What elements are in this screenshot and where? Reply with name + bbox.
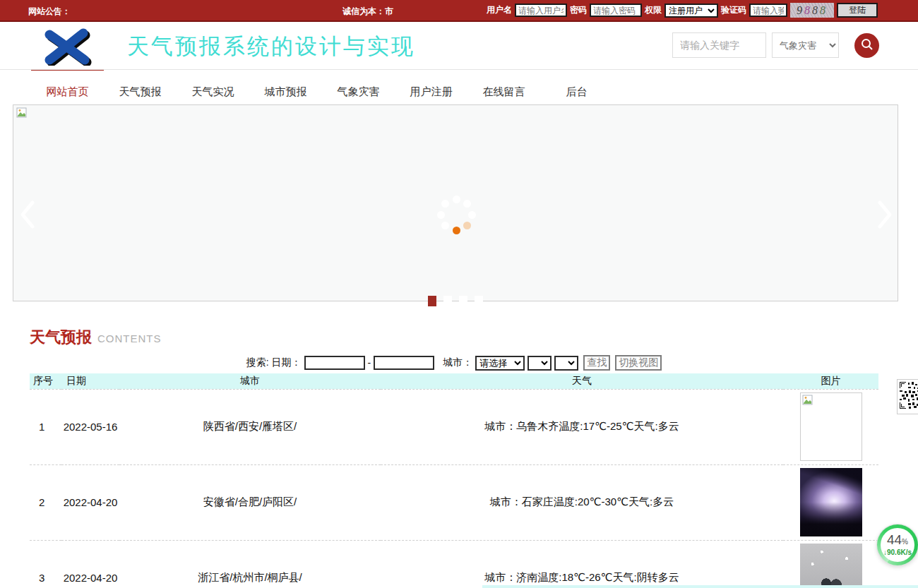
- search-icon: [860, 37, 874, 54]
- site-logo[interactable]: [41, 26, 92, 68]
- chevron-right-icon: [876, 220, 894, 232]
- qr-code-widget[interactable]: [897, 379, 918, 414]
- download-speed: ↓90.6K/s: [883, 548, 912, 556]
- col-header-weather: 天气: [381, 373, 783, 389]
- forecast-table: 序号 日期 城市 天气 图片 1 2022-05-16 陕西省/西安/雁塔区/ …: [30, 373, 878, 588]
- chevron-left-icon: [18, 220, 37, 232]
- section-head: 天气预报 CONTENTS: [30, 327, 918, 348]
- progress-value: 44: [887, 532, 902, 547]
- captcha-digit: 9: [797, 4, 804, 17]
- keyword-search-input[interactable]: [672, 32, 766, 58]
- topbar: 网站公告： 诚信为本：市 用户名 密码 权限 注册用户 验证码 9888 登陆: [0, 0, 918, 22]
- captcha-digit: 8: [820, 4, 828, 17]
- carousel-dot-3[interactable]: [459, 296, 467, 306]
- table-row[interactable]: 3 2022-04-20 浙江省/杭州市/桐庐县/ 城市：济南温度:18℃-26…: [30, 540, 878, 588]
- qr-code-icon: [900, 399, 918, 411]
- login-button[interactable]: 登陆: [837, 3, 878, 18]
- row-date: 2022-04-20: [61, 464, 119, 540]
- logo-icon: [41, 56, 92, 68]
- site-title: 天气预报系统的设计与实现: [127, 32, 415, 61]
- broken-image-icon: [802, 396, 813, 408]
- nav-item-disasters[interactable]: 气象灾害: [322, 68, 395, 104]
- nav-item-guestbook[interactable]: 在线留言: [467, 68, 540, 104]
- search-label: 搜索:: [246, 356, 269, 369]
- date-from-input[interactable]: [304, 356, 365, 370]
- password-label: 密码: [570, 4, 587, 16]
- search-category-select[interactable]: 气象灾害: [772, 32, 839, 58]
- range-separator: -: [368, 357, 371, 368]
- section-subtitle: CONTENTS: [97, 332, 162, 344]
- login-form: 用户名 密码 权限 注册用户 验证码 9888 登陆: [487, 3, 878, 18]
- lightning-photo[interactable]: [800, 468, 862, 536]
- site-announcement-label: 网站公告：: [28, 6, 71, 18]
- role-select[interactable]: 注册用户: [664, 4, 718, 18]
- main-nav: 网站首页 天气预报 天气实况 城市预报 气象灾害 用户注册 在线留言 后台: [0, 70, 918, 104]
- captcha-digit: 8: [804, 4, 812, 17]
- district-select[interactable]: [554, 356, 578, 371]
- nav-item-live-weather[interactable]: 天气实况: [177, 68, 249, 104]
- captcha-digit: 8: [812, 4, 820, 17]
- col-header-city: 城市: [119, 373, 381, 389]
- carousel-dot-2[interactable]: [443, 296, 452, 306]
- row-weather: 城市：石家庄温度:20℃-30℃天气:多云: [381, 464, 783, 540]
- nav-item-city-forecast[interactable]: 城市预报: [249, 68, 322, 104]
- captcha-label: 验证码: [721, 4, 746, 16]
- nav-item-home[interactable]: 网站首页: [31, 68, 104, 104]
- username-label: 用户名: [487, 4, 512, 16]
- city-select[interactable]: [527, 356, 552, 371]
- row-number: 2: [30, 464, 61, 540]
- header-search: 气象灾害: [672, 32, 879, 58]
- toggle-view-button[interactable]: 切换视图: [615, 355, 662, 371]
- date-to-input[interactable]: [374, 356, 434, 370]
- row-number: 1: [30, 389, 61, 464]
- city-label: 城市：: [443, 356, 472, 369]
- bottom-cyan-strip: [482, 585, 918, 588]
- site-header: 天气预报系统的设计与实现 气象灾害: [0, 22, 918, 70]
- captcha-image[interactable]: 9888: [790, 3, 834, 18]
- date-label: 日期：: [272, 356, 302, 369]
- col-header-no: 序号: [30, 373, 61, 389]
- table-row[interactable]: 2 2022-04-20 安徽省/合肥/庐阳区/ 城市：石家庄温度:20℃-30…: [30, 464, 878, 540]
- col-header-image: 图片: [783, 373, 878, 389]
- row-weather: 城市：济南温度:18℃-26℃天气:阴转多云: [381, 540, 783, 588]
- password-input[interactable]: [590, 4, 642, 17]
- filter-row: 搜索: 日期： - 城市： 请选择 查找 切换视图: [30, 355, 878, 371]
- carousel-dot-4[interactable]: [475, 296, 483, 306]
- loading-spinner: [434, 193, 478, 236]
- captcha-input[interactable]: [749, 4, 787, 17]
- snow-photo[interactable]: [800, 544, 862, 588]
- nav-item-weather-forecast[interactable]: 天气预报: [104, 68, 177, 104]
- broken-image-icon: [16, 107, 28, 121]
- carousel-dot-1[interactable]: [428, 296, 436, 306]
- username-input[interactable]: [515, 4, 567, 17]
- row-city: 浙江省/杭州市/桐庐县/: [119, 540, 381, 588]
- province-select[interactable]: 请选择: [475, 356, 525, 371]
- table-header-row: 序号 日期 城市 天气 图片: [30, 373, 878, 389]
- row-weather: 城市：乌鲁木齐温度:17℃-25℃天气:多云: [381, 389, 783, 464]
- row-city: 陕西省/西安/雁塔区/: [119, 389, 381, 464]
- find-button[interactable]: 查找: [583, 355, 610, 371]
- row-date: 2022-04-20: [61, 540, 119, 588]
- row-number: 3: [30, 540, 61, 588]
- progress-percent: 44%: [887, 534, 908, 548]
- role-label: 权限: [645, 4, 662, 16]
- table-row[interactable]: 1 2022-05-16 陕西省/西安/雁塔区/ 城市：乌鲁木齐温度:17℃-2…: [30, 389, 878, 464]
- broken-image-placeholder[interactable]: [800, 392, 862, 461]
- carousel-banner: [13, 104, 898, 301]
- row-date: 2022-05-16: [61, 389, 119, 464]
- site-motto: 诚信为本：市: [342, 6, 393, 18]
- search-button[interactable]: [854, 33, 879, 58]
- download-progress-inner: 44% ↓90.6K/s: [881, 528, 914, 562]
- carousel-next-button[interactable]: [876, 199, 894, 230]
- carousel-dots: [428, 296, 483, 306]
- col-header-date: 日期: [61, 373, 119, 389]
- nav-item-register[interactable]: 用户注册: [395, 68, 467, 104]
- row-city: 安徽省/合肥/庐阳区/: [119, 464, 381, 540]
- progress-unit: %: [902, 538, 908, 546]
- section-title: 天气预报: [30, 327, 92, 348]
- nav-item-admin[interactable]: 后台: [540, 68, 613, 104]
- download-progress-badge[interactable]: 44% ↓90.6K/s: [877, 524, 918, 565]
- carousel-prev-button[interactable]: [18, 199, 37, 230]
